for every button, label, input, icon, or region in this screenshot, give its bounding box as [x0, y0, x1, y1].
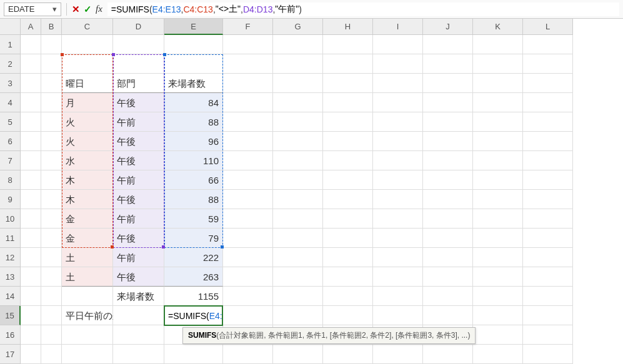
- cell[interactable]: [223, 287, 273, 306]
- col-H[interactable]: H: [323, 19, 373, 35]
- cell[interactable]: [273, 287, 323, 306]
- cell[interactable]: [473, 248, 523, 267]
- row-header[interactable]: 6: [0, 132, 21, 151]
- cell[interactable]: [523, 93, 573, 112]
- cell[interactable]: [473, 229, 523, 248]
- chevron-down-icon[interactable]: ▾: [52, 4, 57, 14]
- cell[interactable]: [273, 190, 323, 209]
- cell[interactable]: 火: [62, 112, 113, 132]
- cell[interactable]: 96: [164, 132, 223, 151]
- cell[interactable]: [223, 170, 273, 190]
- row-header[interactable]: 13: [0, 267, 21, 287]
- col-I[interactable]: I: [373, 19, 423, 35]
- row-header[interactable]: 15: [0, 306, 21, 325]
- cell[interactable]: [223, 151, 273, 170]
- cell[interactable]: [41, 229, 62, 248]
- cell[interactable]: 金: [62, 209, 113, 229]
- cell[interactable]: [62, 35, 113, 54]
- cell[interactable]: [373, 93, 423, 112]
- cell[interactable]: [523, 287, 573, 306]
- row-header[interactable]: 3: [0, 74, 21, 93]
- cell[interactable]: [473, 325, 523, 345]
- cell[interactable]: 午後: [113, 267, 164, 287]
- col-F[interactable]: F: [223, 19, 273, 35]
- row-header[interactable]: 10: [0, 209, 21, 229]
- cell[interactable]: [373, 190, 423, 209]
- row-header[interactable]: 9: [0, 190, 21, 209]
- cell[interactable]: [273, 248, 323, 267]
- cell[interactable]: [273, 54, 323, 74]
- cell[interactable]: [373, 170, 423, 190]
- cell[interactable]: [62, 287, 113, 306]
- cell[interactable]: [473, 209, 523, 229]
- cell[interactable]: [41, 306, 62, 325]
- cell[interactable]: [21, 93, 41, 112]
- cell[interactable]: [323, 93, 373, 112]
- row-header[interactable]: 17: [0, 345, 21, 364]
- cell[interactable]: 来場者数: [113, 287, 164, 306]
- cell[interactable]: 66: [164, 170, 223, 190]
- col-J[interactable]: J: [423, 19, 473, 35]
- cell[interactable]: [323, 170, 373, 190]
- cell[interactable]: [523, 151, 573, 170]
- cell[interactable]: [273, 345, 323, 364]
- cell[interactable]: [373, 248, 423, 267]
- cell[interactable]: [323, 112, 373, 132]
- cell[interactable]: [423, 209, 473, 229]
- cell[interactable]: 部門: [113, 74, 164, 93]
- cell[interactable]: [373, 229, 423, 248]
- cell[interactable]: [223, 93, 273, 112]
- cell[interactable]: [373, 54, 423, 74]
- cell[interactable]: 木: [62, 170, 113, 190]
- cell[interactable]: [62, 345, 113, 364]
- cell[interactable]: 222: [164, 248, 223, 267]
- cell[interactable]: [41, 132, 62, 151]
- cell[interactable]: [41, 287, 62, 306]
- cell[interactable]: [473, 35, 523, 54]
- cell[interactable]: [41, 209, 62, 229]
- cell[interactable]: 午後: [113, 151, 164, 170]
- col-A[interactable]: A: [21, 19, 41, 35]
- cell[interactable]: [523, 35, 573, 54]
- cell[interactable]: [323, 35, 373, 54]
- cell[interactable]: [21, 345, 41, 364]
- cell[interactable]: [523, 209, 573, 229]
- cell[interactable]: [273, 112, 323, 132]
- cell[interactable]: [323, 267, 373, 287]
- cell[interactable]: [423, 306, 473, 325]
- cancel-icon[interactable]: ✕: [72, 4, 80, 15]
- cell[interactable]: 午後: [113, 229, 164, 248]
- cell[interactable]: 263: [164, 267, 223, 287]
- cell[interactable]: [113, 54, 164, 74]
- row-header[interactable]: 2: [0, 54, 21, 74]
- cell[interactable]: 午後: [113, 93, 164, 112]
- cell[interactable]: [323, 209, 373, 229]
- cell[interactable]: [523, 132, 573, 151]
- cell[interactable]: [273, 35, 323, 54]
- cell[interactable]: [21, 151, 41, 170]
- cell[interactable]: [273, 74, 323, 93]
- cell[interactable]: [273, 93, 323, 112]
- col-K[interactable]: K: [473, 19, 523, 35]
- cell[interactable]: [21, 74, 41, 93]
- cell[interactable]: [473, 306, 523, 325]
- col-E[interactable]: E: [164, 19, 223, 35]
- cell[interactable]: [473, 93, 523, 112]
- cell[interactable]: [523, 74, 573, 93]
- name-box[interactable]: EDATE ▾: [4, 2, 61, 16]
- cell[interactable]: [41, 93, 62, 112]
- cell[interactable]: [423, 267, 473, 287]
- cell[interactable]: [164, 345, 223, 364]
- cell[interactable]: [323, 190, 373, 209]
- cell[interactable]: 午前: [113, 209, 164, 229]
- cell[interactable]: [323, 345, 373, 364]
- row-header[interactable]: 12: [0, 248, 21, 267]
- cell[interactable]: 土: [62, 248, 113, 267]
- cell[interactable]: 79: [164, 229, 223, 248]
- cell[interactable]: [523, 112, 573, 132]
- cell[interactable]: [41, 190, 62, 209]
- cell[interactable]: [523, 345, 573, 364]
- cell[interactable]: [323, 229, 373, 248]
- cell[interactable]: [41, 325, 62, 345]
- cell[interactable]: [41, 170, 62, 190]
